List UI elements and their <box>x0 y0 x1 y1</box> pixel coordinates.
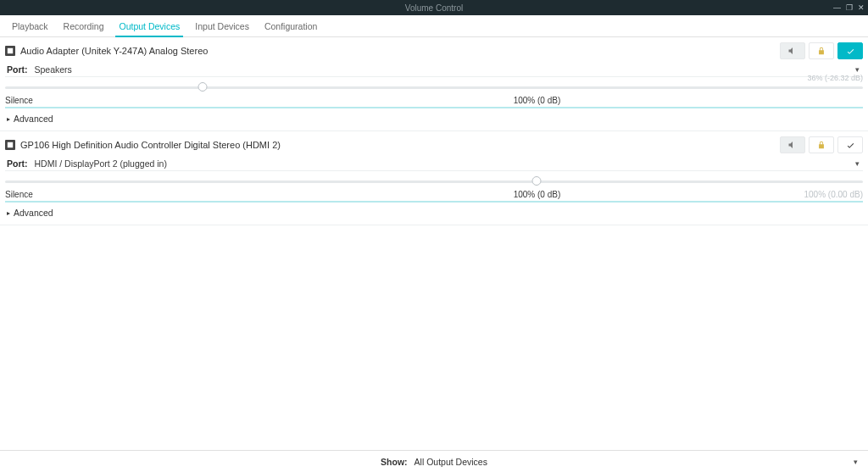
maximize-icon[interactable]: ❐ <box>846 3 853 12</box>
tab-bar: Playback Recording Output Devices Input … <box>0 15 868 37</box>
zero-db-label: 100% (0 dB) <box>514 190 561 199</box>
svg-rect-0 <box>8 48 13 53</box>
chevron-down-icon[interactable]: ▾ <box>852 159 863 168</box>
chevron-down-icon[interactable]: ▾ <box>850 458 861 466</box>
volume-slider[interactable] <box>5 176 863 188</box>
sound-card-icon <box>5 46 15 56</box>
port-row: Port: HDMI / DisplayPort 2 (plugged in) … <box>5 153 863 171</box>
device-header: Audio Adapter (Unitek Y-247A) Analog Ste… <box>5 42 863 59</box>
device-buttons <box>780 136 863 153</box>
volume-scale: Silence 100% (0 dB) 100% (0.00 dB) <box>5 190 863 203</box>
volume-scale: Silence 100% (0 dB) <box>5 96 863 108</box>
set-default-button[interactable] <box>837 136 863 153</box>
slider-value-label: 36% (-26.32 dB) <box>807 74 863 82</box>
window-controls: — ❐ ✕ <box>833 0 865 15</box>
mute-button[interactable] <box>780 42 805 59</box>
slider-thumb[interactable] <box>532 176 542 186</box>
output-device: Audio Adapter (Unitek Y-247A) Analog Ste… <box>0 37 868 131</box>
advanced-label: Advanced <box>14 114 53 124</box>
port-select[interactable]: HDMI / DisplayPort 2 (plugged in) <box>35 158 853 169</box>
tab-recording[interactable]: Recording <box>60 19 108 36</box>
lock-channels-button[interactable] <box>809 42 834 59</box>
tab-output-devices[interactable]: Output Devices <box>115 19 183 37</box>
advanced-label: Advanced <box>14 208 53 218</box>
titlebar: Volume Control — ❐ ✕ <box>0 0 868 15</box>
port-row: Port: Speakers ▾ <box>5 59 863 77</box>
device-list: Audio Adapter (Unitek Y-247A) Analog Ste… <box>0 37 868 450</box>
port-select[interactable]: Speakers <box>35 64 853 75</box>
lock-channels-button[interactable] <box>809 136 834 153</box>
show-label: Show: <box>381 457 408 467</box>
triangle-right-icon: ▸ <box>7 209 10 217</box>
chevron-down-icon[interactable]: ▾ <box>852 65 863 74</box>
show-select[interactable]: All Output Devices <box>415 457 487 467</box>
tab-playback[interactable]: Playback <box>8 19 52 36</box>
silence-label: Silence <box>5 190 33 199</box>
set-default-button[interactable] <box>837 42 863 59</box>
max-scale-label: 100% (0.00 dB) <box>804 190 864 199</box>
zero-db-label: 100% (0 dB) <box>514 96 561 105</box>
volume-slider[interactable]: 36% (-26.32 dB) <box>5 82 863 94</box>
close-icon[interactable]: ✕ <box>858 3 865 12</box>
sound-card-icon <box>5 140 15 150</box>
port-label: Port: <box>7 158 28 169</box>
silence-label: Silence <box>5 96 33 105</box>
port-label: Port: <box>7 64 28 75</box>
mute-button[interactable] <box>780 136 805 153</box>
device-name: Audio Adapter (Unitek Y-247A) Analog Ste… <box>20 46 775 56</box>
minimize-icon[interactable]: — <box>833 3 841 12</box>
tab-input-devices[interactable]: Input Devices <box>192 19 253 36</box>
output-device: GP106 High Definition Audio Controller D… <box>0 131 868 225</box>
advanced-expander[interactable]: ▸ Advanced <box>5 204 863 221</box>
device-header: GP106 High Definition Audio Controller D… <box>5 136 863 153</box>
window-title: Volume Control <box>405 3 463 13</box>
footer-bar: Show: All Output Devices ▾ <box>0 450 868 472</box>
tab-configuration[interactable]: Configuration <box>261 19 320 36</box>
slider-thumb[interactable] <box>198 82 207 92</box>
advanced-expander[interactable]: ▸ Advanced <box>5 110 863 127</box>
slider-track <box>5 180 863 183</box>
svg-rect-1 <box>8 142 13 147</box>
device-buttons <box>780 42 863 59</box>
slider-track <box>5 86 863 89</box>
triangle-right-icon: ▸ <box>7 115 10 123</box>
device-name: GP106 High Definition Audio Controller D… <box>20 140 775 150</box>
